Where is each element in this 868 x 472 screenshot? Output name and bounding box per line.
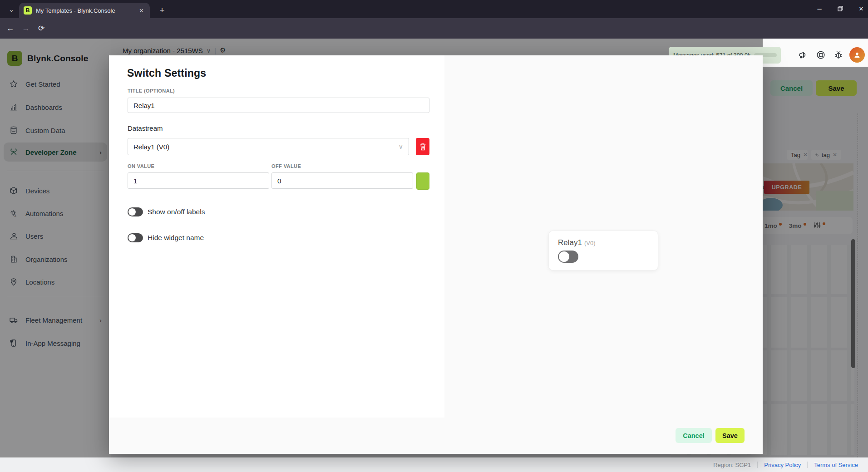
toggle-knob [559, 251, 569, 262]
footer-divider [757, 462, 758, 468]
title-input-value: Relay1 [133, 102, 155, 109]
close-window-button[interactable]: ✕ [851, 0, 868, 17]
restore-icon [838, 6, 843, 11]
trash-icon [419, 143, 426, 151]
datastream-label: Datastream [128, 124, 163, 132]
datastream-selected-value: Relay1 (V0) [133, 143, 169, 151]
datastream-select[interactable]: Relay1 (V0) ∨ [128, 138, 409, 155]
preview-widget-name: Relay1(V0) [558, 238, 595, 247]
off-value-text: 0 [277, 177, 281, 185]
reload-button[interactable]: ⟳ [34, 21, 49, 36]
hide-widget-name-toggle[interactable] [128, 233, 143, 242]
screen: ⌄ B My Templates - Blynk.Console ✕ + ─ ✕… [0, 0, 868, 472]
tab-title: My Templates - Blynk.Console [36, 7, 133, 14]
person-icon [853, 51, 861, 59]
show-onoff-labels-toggle[interactable] [128, 207, 143, 216]
favicon-icon: B [24, 6, 32, 15]
preview-widget-title: Relay1 [558, 238, 582, 247]
widget-preview-card: Relay1(V0) [548, 231, 658, 270]
support-lifebuoy-icon[interactable] [814, 48, 828, 62]
color-swatch[interactable] [416, 172, 429, 190]
back-button[interactable]: ← [3, 21, 18, 36]
on-value-input[interactable]: 1 [128, 172, 269, 189]
chevron-down-icon: ∨ [399, 143, 403, 150]
switch-settings-modal: Switch Settings TITLE (OPTIONAL) Relay1 … [109, 55, 763, 454]
footer-divider [807, 462, 808, 468]
restore-button[interactable] [830, 0, 851, 17]
modal-save-button[interactable]: Save [715, 428, 745, 443]
minimize-button[interactable]: ─ [809, 0, 830, 17]
hide-widget-name-text: Hide widget name [148, 234, 204, 242]
off-value-label: OFF VALUE [271, 163, 301, 169]
browser-tab[interactable]: B My Templates - Blynk.Console ✕ [19, 3, 150, 18]
tab-close-icon[interactable]: ✕ [138, 7, 145, 14]
toggle-knob [128, 208, 136, 216]
forward-button[interactable]: → [18, 21, 34, 36]
terms-of-service-link[interactable]: Terms of Service [814, 462, 858, 468]
modal-cancel-button[interactable]: Cancel [676, 428, 712, 443]
preview-widget-pin: (V0) [584, 240, 596, 246]
on-value-text: 1 [133, 177, 137, 185]
user-avatar[interactable] [849, 47, 865, 63]
browser-tabstrip: ⌄ B My Templates - Blynk.Console ✕ + ─ ✕ [0, 0, 868, 18]
on-value-label: ON VALUE [128, 163, 154, 169]
title-input[interactable]: Relay1 [128, 98, 429, 113]
modal-title: Switch Settings [127, 67, 206, 79]
report-bug-icon[interactable] [831, 48, 846, 62]
delete-datastream-button[interactable] [416, 138, 429, 155]
app-footer: Region: SGP1 Privacy Policy Terms of Ser… [0, 457, 868, 472]
show-onoff-labels-text: Show on/off labels [148, 208, 205, 216]
toggle-knob [128, 234, 136, 241]
privacy-policy-link[interactable]: Privacy Policy [764, 462, 801, 468]
region-label: Region: SGP1 [713, 462, 751, 468]
preview-switch-toggle[interactable] [558, 251, 578, 263]
title-field-label: TITLE (OPTIONAL) [128, 88, 175, 93]
new-tab-button[interactable]: + [156, 5, 168, 16]
announcements-megaphone-icon[interactable] [795, 48, 810, 62]
browser-toolbar: ← → ⟳ [0, 18, 868, 39]
tab-search-icon[interactable]: ⌄ [5, 4, 17, 15]
off-value-input[interactable]: 0 [271, 172, 413, 189]
